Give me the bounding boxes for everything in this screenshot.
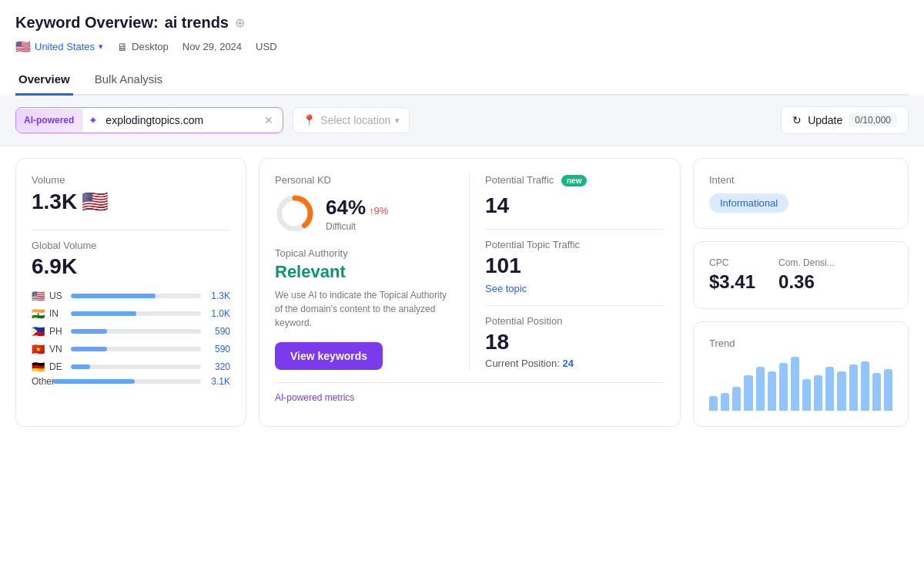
tab-bar: Overview Bulk Analysis: [15, 65, 909, 96]
location-selector[interactable]: 📍 Select location ▾: [293, 107, 410, 133]
flag-in: 🇮🇳: [32, 307, 45, 320]
pt-value: 14: [485, 193, 665, 218]
flag-de: 🇩🇪: [32, 361, 45, 373]
kd-change: ↑9%: [369, 205, 388, 217]
trend-label: Trend: [709, 338, 892, 349]
trend-bar-item: [732, 387, 741, 411]
middle-grid: Personal KD 64% ↑9% Difficult: [275, 174, 665, 370]
trend-bar-item: [849, 364, 858, 411]
trend-bar-item: [744, 375, 752, 411]
date-meta: Nov 29, 2024: [182, 41, 242, 52]
page-title-row: Keyword Overview: ai trends ⊕: [15, 14, 909, 32]
ta-label: Topical Authority: [275, 247, 454, 259]
view-keywords-button[interactable]: View keywords: [275, 342, 383, 370]
page-title-keyword: ai trends: [165, 14, 229, 32]
search-wrapper: AI-powered ✦ ✕: [15, 107, 283, 133]
ptt-label: Potential Topic Traffic: [485, 239, 665, 250]
trend-bar-item: [884, 369, 892, 411]
location-icon: 📍: [303, 114, 316, 126]
middle-card: Personal KD 64% ↑9% Difficult: [259, 158, 681, 427]
country-row-de: 🇩🇪 DE 320: [32, 361, 230, 373]
pp-value: 18: [485, 330, 665, 354]
page-title-prefix: Keyword Overview:: [15, 14, 159, 32]
currency-label: USD: [256, 41, 276, 52]
ta-description: We use AI to indicate the Topical Author…: [275, 288, 454, 330]
cpc-row: CPC $3.41 Com. Densi... 0.36: [709, 257, 892, 293]
other-row: Other 3.1K: [32, 376, 230, 387]
density-col: Com. Densi... 0.36: [778, 257, 835, 293]
search-input-wrapper: ✦ ✕: [82, 108, 283, 133]
main-content: Volume 1.3K 🇺🇸 Global Volume 6.9K 🇺🇸 US …: [0, 146, 924, 439]
update-button[interactable]: ↻ Update 0/10,000: [781, 106, 909, 134]
volume-card: Volume 1.3K 🇺🇸 Global Volume 6.9K 🇺🇸 US …: [15, 158, 246, 427]
ai-footer: AI-powered metrics: [275, 382, 665, 403]
intent-card: Intent Informational: [693, 158, 909, 229]
right-column: Intent Informational CPC $3.41 Com. Dens…: [693, 158, 909, 427]
trend-bar-item: [872, 373, 881, 411]
cpc-card: CPC $3.41 Com. Densi... 0.36: [693, 241, 909, 309]
country-selector[interactable]: 🇺🇸 United States ▾: [15, 39, 103, 54]
refresh-icon: ↻: [792, 114, 802, 126]
us-flag-small: 🇺🇸: [82, 189, 109, 214]
ptt-value: 101: [485, 254, 665, 278]
cpc-label: CPC: [709, 257, 755, 268]
magic-icon: ✦: [89, 114, 98, 126]
density-label: Com. Densi...: [778, 257, 835, 268]
location-chevron-icon: ▾: [395, 116, 400, 126]
trend-bar-item: [756, 367, 765, 411]
trend-bar-item: [709, 396, 718, 411]
location-placeholder: Select location: [320, 114, 390, 126]
us-flag-icon: 🇺🇸: [15, 39, 31, 54]
trend-bar-item: [837, 371, 845, 411]
new-badge: new: [561, 175, 587, 186]
country-list: 🇺🇸 US 1.3K 🇮🇳 IN 1.0K 🇵🇭 PH 590: [32, 290, 230, 373]
trend-bar-item: [721, 393, 729, 411]
search-input[interactable]: [102, 108, 256, 133]
kd-section: Personal KD 64% ↑9% Difficult: [275, 174, 470, 370]
kd-label: Personal KD: [275, 174, 454, 186]
cpc-col: CPC $3.41: [709, 257, 755, 293]
trend-bar-item: [814, 375, 822, 411]
cpc-value: $3.41: [709, 271, 755, 293]
kd-row: 64% ↑9% Difficult: [275, 193, 454, 233]
cp-text: Current Position: 24: [485, 358, 665, 369]
density-value: 0.36: [778, 271, 835, 293]
trend-bar-item: [768, 371, 776, 411]
toolbar: AI-powered ✦ ✕ 📍 Select location ▾ ↻ Upd…: [0, 96, 924, 146]
see-topic-link[interactable]: See topic: [485, 283, 665, 294]
trend-card: Trend: [693, 321, 909, 427]
country-row-vn: 🇻🇳 VN 590: [32, 343, 230, 355]
pt-label: Potential Traffic new: [485, 174, 665, 186]
clear-icon[interactable]: ✕: [261, 113, 276, 128]
device-meta: 🖥 Desktop: [117, 41, 169, 53]
trend-bar-item: [802, 379, 811, 411]
global-volume-value: 6.9K: [32, 254, 230, 279]
country-row-us: 🇺🇸 US 1.3K: [32, 290, 230, 302]
country-row-in: 🇮🇳 IN 1.0K: [32, 307, 230, 320]
intent-badge: Informational: [709, 193, 788, 213]
trend-bar-item: [791, 357, 799, 411]
meta-row: 🇺🇸 United States ▾ 🖥 Desktop Nov 29, 202…: [15, 39, 909, 54]
ai-badge: AI-powered: [16, 109, 82, 132]
kd-difficulty: Difficult: [326, 221, 388, 232]
cp-value: 24: [562, 358, 573, 369]
update-count: 0/10,000: [849, 113, 897, 127]
country-row-ph: 🇵🇭 PH 590: [32, 325, 230, 338]
traffic-section: Potential Traffic new 14 Potential Topic…: [470, 174, 665, 370]
pp-label: Potential Position: [485, 315, 665, 327]
tab-overview[interactable]: Overview: [15, 65, 73, 96]
device-label: Desktop: [132, 41, 169, 52]
intent-label: Intent: [709, 174, 892, 186]
trend-bar-item: [779, 363, 788, 411]
tab-bulk-analysis[interactable]: Bulk Analysis: [92, 65, 166, 96]
currency-meta: USD: [256, 41, 276, 52]
date-label: Nov 29, 2024: [182, 41, 242, 52]
kd-percent: 64%: [326, 196, 366, 219]
add-keyword-icon[interactable]: ⊕: [235, 15, 245, 30]
global-volume-label: Global Volume: [32, 240, 230, 251]
trend-bars: [709, 357, 892, 411]
volume-value: 1.3K 🇺🇸: [32, 189, 230, 214]
monitor-icon: 🖥: [117, 41, 128, 53]
update-label: Update: [808, 114, 842, 126]
trend-bar-item: [861, 361, 869, 411]
